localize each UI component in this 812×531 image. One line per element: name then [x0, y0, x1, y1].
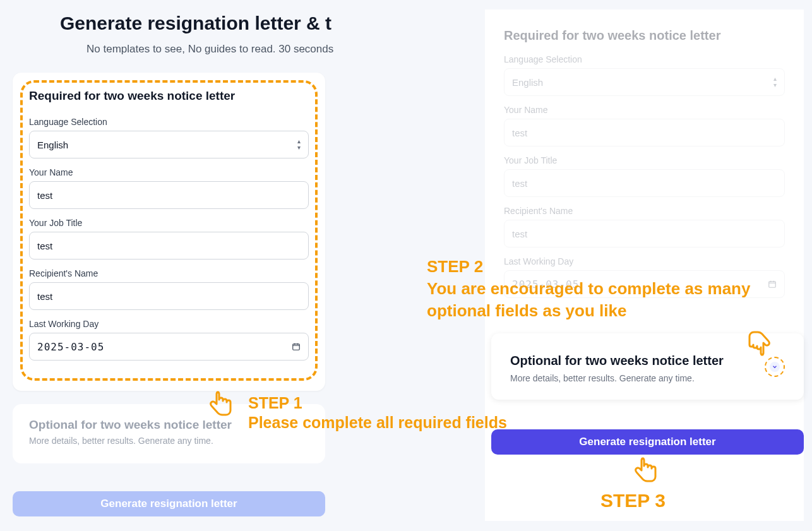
job-value: test [37, 241, 52, 251]
recipient-value-right: test [512, 229, 527, 239]
required-card-right-title: Required for two weeks notice letter [504, 28, 785, 43]
step1-title: STEP 1 [248, 393, 507, 413]
lastday-label: Last Working Day [29, 319, 309, 329]
language-field: Language Selection English ▴▾ [29, 117, 309, 158]
recipient-field: Recipient's Name test [29, 268, 309, 310]
language-select-right[interactable]: English ▴▾ [504, 68, 785, 96]
job-field: Your Job Title test [29, 218, 309, 260]
optional-card-right-sub: More details, better results. Generate a… [510, 373, 785, 383]
step2-title: STEP 2 [427, 256, 780, 278]
job-input-right[interactable]: test [504, 169, 785, 197]
job-input[interactable]: test [29, 232, 309, 260]
name-value-right: test [512, 128, 527, 138]
language-label-right: Language Selection [504, 54, 785, 64]
required-card: Required for two weeks notice letter Lan… [13, 73, 325, 391]
name-label-right: Your Name [504, 105, 785, 115]
left-panel: Generate resignation letter & t No templ… [0, 0, 350, 531]
hand-pointer-icon [632, 456, 660, 489]
name-field: Your Name test [29, 167, 309, 209]
expand-highlight-circle [765, 357, 785, 377]
job-value-right: test [512, 178, 527, 189]
chevron-down-icon [772, 364, 778, 370]
name-input[interactable]: test [29, 181, 309, 209]
lastday-field: Last Working Day 2025-03-05 [29, 319, 309, 361]
job-label-right: Your Job Title [504, 155, 785, 165]
generate-button[interactable]: Generate resignation letter [491, 429, 804, 455]
name-label: Your Name [29, 167, 309, 177]
step3-annotation: STEP 3 [600, 490, 666, 511]
lastday-value: 2025-03-05 [37, 341, 104, 353]
optional-card-right-title: Optional for two weeks notice letter [510, 354, 785, 368]
recipient-input-right[interactable]: test [504, 220, 785, 248]
generate-button-disabled[interactable]: Generate resignation letter [13, 491, 325, 516]
hand-pointer-icon [207, 390, 235, 422]
name-input-right[interactable]: test [504, 119, 785, 146]
calendar-icon [292, 342, 301, 351]
language-label: Language Selection [29, 117, 309, 127]
required-card-title: Required for two weeks notice letter [29, 89, 309, 103]
lastday-input[interactable]: 2025-03-05 [29, 333, 309, 361]
step2-annotation: STEP 2 You are encouraged to complete as… [427, 256, 780, 322]
job-label: Your Job Title [29, 218, 309, 228]
recipient-label: Recipient's Name [29, 268, 309, 278]
recipient-input[interactable]: test [29, 282, 309, 310]
language-value: English [37, 140, 68, 150]
recipient-value: test [37, 291, 52, 302]
language-select[interactable]: English ▴▾ [29, 131, 309, 158]
step1-annotation: STEP 1 Please complete all required fiel… [248, 393, 507, 433]
step2-body: You are encouraged to complete as many o… [427, 278, 780, 322]
expand-toggle[interactable] [770, 362, 780, 372]
svg-rect-0 [293, 344, 300, 350]
language-value-right: English [512, 77, 543, 88]
recipient-label-right: Recipient's Name [504, 206, 785, 216]
step1-body: Please complete all required fields [248, 413, 507, 433]
hand-pointer-down-icon [745, 325, 773, 357]
page-subtitle: No templates to see, No guides to read. … [87, 43, 350, 56]
name-value: test [37, 190, 52, 201]
select-arrows-icon: ▴▾ [297, 138, 301, 151]
select-arrows-icon: ▴▾ [773, 76, 777, 88]
optional-card-left-sub: More details, better results. Generate a… [29, 436, 309, 446]
page-title: Generate resignation letter & t [60, 13, 350, 34]
